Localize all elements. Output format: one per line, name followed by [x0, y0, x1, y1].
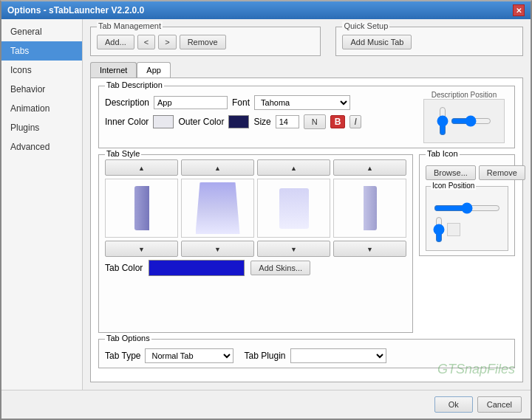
style-preview-2 [181, 179, 254, 238]
bold-button[interactable]: B [330, 115, 346, 128]
tab-app[interactable]: App [137, 62, 171, 78]
style-down-1[interactable] [105, 241, 178, 257]
desc-sliders [437, 106, 491, 136]
italic-button[interactable]: I [349, 115, 361, 128]
font-select[interactable]: Tahoma Arial Verdana [254, 95, 350, 110]
tab-description-title: Tab Description [105, 80, 164, 89]
style-up-row [105, 159, 406, 176]
main-window: Options - sTabLauncher V2.2.0.0 ✕ Genera… [0, 0, 532, 420]
desc-left: Description Font Tahoma Arial Verdana [105, 91, 412, 143]
color-row: Inner Color Outer Color Size N B I [105, 114, 412, 129]
tab-description-group: Tab Description Description Font Tahoma … [98, 86, 515, 148]
style-up-4[interactable] [333, 159, 406, 176]
tab-icon-title: Tab Icon [426, 149, 460, 158]
tab-management-label: Tab Management [97, 21, 163, 30]
tab-internet[interactable]: Internet [90, 62, 137, 78]
outer-color-label: Outer Color [178, 117, 224, 127]
add-button[interactable]: Add... [97, 35, 134, 49]
style-preview-row [105, 179, 406, 238]
sidebar-item-general[interactable]: General [1, 22, 82, 41]
tab-style-title: Tab Style [105, 149, 141, 158]
sidebar-item-animation[interactable]: Animation [1, 99, 82, 118]
tab-type-select[interactable]: Normal Tab [145, 348, 233, 363]
arrow-up-icon [290, 163, 297, 172]
sidebar-item-advanced[interactable]: Advanced [1, 137, 82, 156]
icon-remove-button[interactable]: Remove [479, 165, 525, 180]
arrow-down-icon [290, 244, 297, 253]
tab-plugin-select[interactable] [290, 348, 386, 363]
sidebar-item-plugins[interactable]: Plugins [1, 118, 82, 137]
tab-options-row: Tab Type Normal Tab Tab Plugin [105, 348, 508, 363]
window-title: Options - sTabLauncher V2.2.0.0 [7, 5, 144, 16]
inner-color-box[interactable] [153, 115, 174, 128]
tab-plugin-label: Tab Plugin [244, 351, 285, 361]
icon-position-label: Icon Position [431, 182, 476, 190]
style-up-2[interactable] [181, 159, 254, 176]
tab-style-grid [105, 159, 406, 257]
tab-management-group: Tab Management Add... < > Remove [90, 27, 321, 56]
icon-position-group: Icon Position [426, 186, 508, 251]
normal-button[interactable]: N [304, 114, 326, 129]
tab-color-label: Tab Color [105, 263, 143, 273]
add-skins-button[interactable]: Add Skins... [250, 261, 310, 275]
desc-position-label: Description Position [432, 91, 497, 99]
left-mid: Tab Style [98, 154, 413, 333]
style-down-4[interactable] [333, 241, 406, 257]
tab-shape-3 [279, 188, 309, 229]
arrow-down-icon [138, 244, 145, 253]
add-music-tab-button[interactable]: Add Music Tab [342, 35, 412, 49]
browse-button[interactable]: Browse... [426, 165, 476, 180]
cancel-button[interactable]: Cancel [477, 396, 522, 413]
style-down-row [105, 241, 406, 257]
right-button[interactable]: > [158, 35, 176, 49]
description-input[interactable] [154, 96, 228, 109]
icon-h-slider[interactable] [434, 203, 500, 213]
outer-color-box[interactable] [228, 115, 249, 128]
content-area: General Tabs Icons Behavior Animation Pl… [1, 19, 531, 390]
arrow-down-icon [366, 244, 373, 253]
arrow-up-icon [366, 163, 373, 172]
size-label: Size [253, 117, 270, 127]
style-preview-4 [333, 179, 406, 238]
mid-section: Tab Style [98, 154, 515, 333]
icon-v-slider[interactable] [434, 216, 444, 243]
icon-pos-indicator [447, 223, 460, 236]
style-down-2[interactable] [181, 241, 254, 257]
ok-button[interactable]: Ok [434, 396, 473, 413]
quick-setup-group: Quick Setup Add Music Tab [335, 27, 523, 56]
tab-type-label: Tab Type [105, 351, 140, 361]
tab-panel: Tab Description Description Font Tahoma … [90, 78, 523, 382]
style-up-1[interactable] [105, 159, 178, 176]
desc-v-slider[interactable] [437, 106, 448, 136]
tabs-bar: Internet App [90, 62, 523, 78]
tab-icon-group: Tab Icon Browse... Remove Icon Position [419, 154, 515, 256]
tab-color-preview[interactable] [149, 260, 245, 276]
quick-setup-label: Quick Setup [342, 21, 389, 30]
sidebar-item-behavior[interactable]: Behavior [1, 80, 82, 99]
style-up-3[interactable] [257, 159, 330, 176]
close-button[interactable]: ✕ [513, 4, 525, 16]
arrow-up-icon [214, 163, 221, 172]
left-button[interactable]: < [137, 35, 155, 49]
arrow-up-icon [138, 163, 145, 172]
bottom-bar: Ok Cancel [1, 390, 531, 419]
icon-v-slider-row [434, 216, 500, 243]
desc-slider-row [437, 106, 491, 136]
desc-row: Description Font Tahoma Arial Verdana [105, 95, 412, 110]
size-input[interactable] [276, 115, 299, 128]
remove-button[interactable]: Remove [180, 35, 226, 49]
style-preview-1 [105, 179, 178, 238]
tab-shape-1 [134, 186, 149, 230]
desc-h-slider[interactable] [451, 116, 491, 126]
tab-shape-4 [364, 186, 377, 230]
inner-color-label: Inner Color [105, 117, 149, 127]
title-bar: Options - sTabLauncher V2.2.0.0 ✕ [1, 1, 531, 19]
sidebar-item-icons[interactable]: Icons [1, 61, 82, 80]
style-preview-3 [257, 179, 330, 238]
arrow-down-icon [214, 244, 221, 253]
main-panel: Tab Management Add... < > Remove Quick S… [83, 19, 531, 390]
tab-style-group: Tab Style [98, 154, 413, 333]
tab-color-row: Tab Color Add Skins... [105, 260, 406, 276]
style-down-3[interactable] [257, 241, 330, 257]
sidebar-item-tabs[interactable]: Tabs [1, 41, 82, 61]
